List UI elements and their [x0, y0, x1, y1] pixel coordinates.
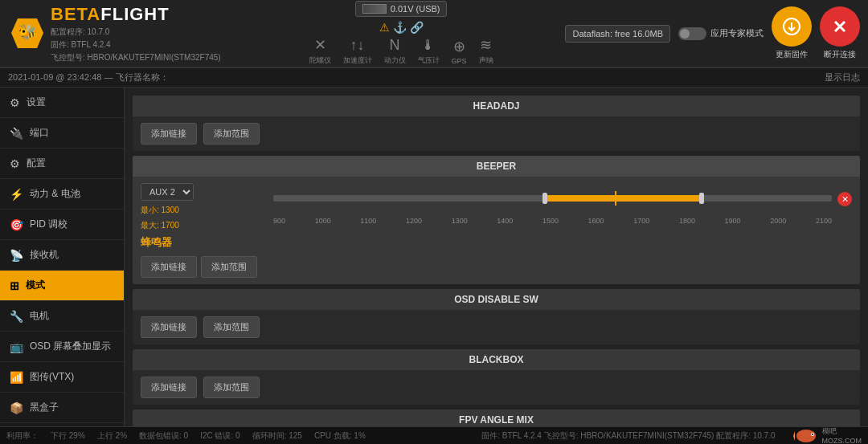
toggle-knob	[680, 29, 690, 39]
voltage-bar-icon	[362, 4, 387, 14]
status-cpu-up: 上行 2%	[97, 430, 127, 442]
sidebar-item-cli[interactable]: 💻 CLI(命令行)	[0, 423, 124, 426]
sidebar-item-blackbox[interactable]: 📦 黑盒子	[0, 393, 124, 423]
status-firmware-info: 固件: BTFL 4.2.4 飞控型号: HBRO/KAKUTEF7MINI(S…	[378, 430, 776, 442]
mozs-label: 模吧MOZS.COM	[822, 426, 862, 444]
range-close-button[interactable]: ✕	[837, 192, 852, 206]
beeper-add-link-button[interactable]: 添加链接	[141, 256, 197, 278]
range-indicator	[615, 191, 616, 206]
tick-900: 900	[273, 217, 285, 225]
min-value: 最小: 1300	[141, 205, 257, 216]
logo: 🐝 BETAFLIGHT 配置程序: 10.7.0 固件: BTFL 4.2.4…	[8, 4, 221, 63]
headadj-section: HEADADJ 添加链接 添加范围	[133, 96, 860, 151]
tick-1800: 1800	[679, 217, 695, 225]
tick-1600: 1600	[588, 217, 604, 225]
range-handle-right[interactable]	[699, 193, 704, 204]
content-inner: HEADADJ 添加链接 添加范围 BEEPER AUX 2	[125, 88, 868, 426]
blackbox-buttons: 添加链接 添加范围	[141, 377, 852, 398]
osd-disable-section: OSD DISABLE SW 添加链接 添加范围	[133, 289, 860, 344]
ports-icon: 🔌	[10, 127, 23, 140]
tick-2100: 2100	[816, 217, 832, 225]
settings-icon: ⚙	[10, 96, 20, 109]
blackbox-add-range-button[interactable]: 添加范围	[203, 377, 260, 398]
headadj-body: 添加链接 添加范围	[133, 116, 860, 151]
headadj-header: HEADADJ	[133, 96, 860, 116]
sidebar-item-pid[interactable]: 🎯 PID 调校	[0, 210, 124, 240]
sidebar-item-motors[interactable]: 🔧 电机	[0, 301, 124, 332]
sidebar-item-settings[interactable]: ⚙ 设置	[0, 88, 124, 118]
osd-disable-body: 添加链接 添加范围	[133, 310, 860, 344]
status-cpu-load: CPU 负载: 1%	[314, 430, 366, 442]
anchor-icon: ⚓	[393, 21, 407, 34]
sidebar-item-vtx[interactable]: 📶 图传(VTX)	[0, 362, 124, 393]
logo-flight: FLIGHT	[100, 4, 169, 24]
sidebar-item-modes[interactable]: ⊞ 模式	[0, 271, 124, 301]
osd-add-range-button[interactable]: 添加范围	[203, 316, 260, 338]
sonar-icon: ≋	[480, 36, 492, 54]
logo-beta: BETA	[51, 4, 100, 24]
headadj-add-link-button[interactable]: 添加链接	[141, 123, 197, 145]
tick-1900: 1900	[725, 217, 741, 225]
status-bar: 利用率： 下行 29% 上行 2% 数据包错误: 0 I2C 错误: 0 循环时…	[0, 426, 868, 444]
accel-icon: ↑↓	[350, 37, 365, 54]
tick-1500: 1500	[542, 217, 559, 225]
update-label: 更新固件	[776, 49, 808, 60]
update-icon	[772, 6, 812, 47]
beeper-header: BEEPER	[133, 156, 860, 177]
tick-1000: 1000	[315, 217, 331, 225]
status-cycle-time: 循环时间: 125	[252, 430, 302, 442]
sidebar-item-receiver[interactable]: 📡 接收机	[0, 240, 124, 271]
sidebar-item-osd[interactable]: 📺 OSD 屏幕叠加显示	[0, 332, 124, 362]
expert-mode-label: 应用专家模式	[710, 27, 764, 39]
motors-icon: 🔧	[10, 310, 23, 323]
power-icon: ⚡	[10, 188, 23, 201]
beeper-label: 蜂鸣器	[141, 235, 257, 250]
sidebar-label-power: 动力 & 电池	[30, 187, 80, 201]
tick-1100: 1100	[360, 217, 376, 225]
disconnect-button[interactable]: 断开连接	[820, 6, 860, 60]
sidebar-item-ports[interactable]: 🔌 端口	[0, 118, 124, 149]
motor-icon: N	[390, 37, 400, 54]
headadj-add-range-button[interactable]: 添加范围	[203, 123, 260, 145]
accel-label: 加速度计	[343, 55, 372, 66]
blackbox-add-link-button[interactable]: 添加链接	[141, 377, 197, 398]
range-fill	[545, 195, 701, 202]
range-slider-area: ✕ 900 1000 1100 1200 1300 1400 1500 1600	[273, 183, 852, 225]
update-firmware-button[interactable]: 更新固件	[772, 6, 812, 60]
max-value: 最大: 1700	[141, 220, 257, 231]
show-log-button[interactable]: 显示日志	[825, 71, 860, 84]
tick-1300: 1300	[452, 217, 468, 225]
range-ticks: 900 1000 1100 1200 1300 1400 1500 1600 1…	[273, 217, 852, 225]
warning-icon: ⚠	[379, 21, 390, 34]
mozs-fish-icon	[792, 427, 820, 445]
blackbox-section: BLACKBOX 添加链接 添加范围	[133, 349, 860, 405]
timestamp: 2021-01-09 @ 23:42:48	[8, 72, 101, 82]
accel-sensor: ↑↓ 加速度计	[343, 37, 372, 66]
dataflash-info: Dataflash: free 16.0MB	[565, 25, 670, 43]
osd-add-link-button[interactable]: 添加链接	[141, 316, 197, 338]
tick-1200: 1200	[406, 217, 422, 225]
sonar-sensor: ≋ 声纳	[479, 36, 493, 66]
gps-sensor: ⊕ GPS	[452, 38, 467, 65]
range-handle-left[interactable]	[542, 193, 547, 204]
config-icon: ⚙	[10, 157, 20, 170]
gps-icon: ⊕	[453, 38, 465, 55]
rotor-sensor: ✕ 陀螺仪	[309, 36, 331, 66]
blackbox-icon: 📦	[10, 401, 23, 414]
svg-point-5	[796, 430, 816, 442]
bee-logo-icon: 🐝	[8, 15, 47, 51]
aux-dropdown[interactable]: AUX 2 AUX 1 AUX 3	[141, 183, 194, 201]
beeper-add-range-button[interactable]: 添加范围	[201, 256, 257, 278]
sonar-label: 声纳	[479, 55, 493, 66]
toggle-switch[interactable]	[678, 27, 706, 40]
header-center: 0.01V (USB) ⚠ ⚓ 🔗 ✕ 陀螺仪 ↑↓ 加速度计 N 动力仪 🌡 …	[237, 1, 566, 66]
headadj-buttons: 添加链接 添加范围	[141, 123, 852, 145]
sidebar-item-config[interactable]: ⚙ 配置	[0, 149, 124, 179]
sidebar-item-power[interactable]: ⚡ 动力 & 电池	[0, 179, 124, 210]
firmware-label: 固件: BTFL 4.2.4	[51, 39, 221, 51]
sub-header: 2021-01-09 @ 23:42:48 — 飞行器名称： 显示日志	[0, 68, 868, 88]
beeper-left: AUX 2 AUX 1 AUX 3 最小: 1300 最大: 1700 蜂鸣器 …	[141, 183, 257, 278]
expert-mode-toggle[interactable]: 应用专家模式	[678, 27, 764, 40]
beeper-body: AUX 2 AUX 1 AUX 3 最小: 1300 最大: 1700 蜂鸣器 …	[133, 177, 860, 284]
sidebar-label-blackbox: 黑盒子	[30, 401, 59, 414]
